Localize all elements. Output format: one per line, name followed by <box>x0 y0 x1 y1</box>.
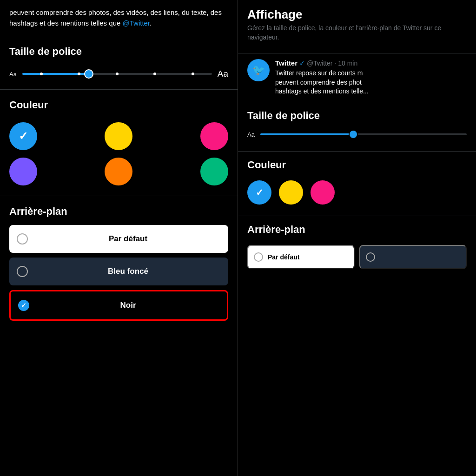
font-size-section-left: Taille de police Aa Aa <box>0 36 238 90</box>
bg-dark-blue-left[interactable]: Bleu foncé <box>9 258 228 285</box>
color-green-left[interactable] <box>200 158 228 185</box>
radio-dark-blue-right <box>366 252 375 262</box>
right-panel: Affichage Gérez la taille de police, la … <box>238 0 476 476</box>
twitter-bird-icon: 🐦 <box>252 64 265 76</box>
tweet-preview-left: peuvent comprendre des photos, des vidéo… <box>0 0 238 36</box>
bg-row-right: Par défaut <box>247 241 467 273</box>
font-size-slider-left[interactable] <box>22 73 212 75</box>
tweet-body-right: Twitter repose sur de courts mpeuvent co… <box>275 69 467 96</box>
color-title-right: Couleur <box>247 159 467 171</box>
tweet-header-right: Twitter ✓ @Twitter · 10 min <box>275 59 467 67</box>
tweet-meta-right: @Twitter · 10 min <box>307 60 357 67</box>
color-pink-right[interactable] <box>311 180 335 205</box>
font-label-small-left: Aa <box>9 71 17 78</box>
tweet-author-right: Twitter <box>275 59 298 67</box>
bg-dark-blue-label-left: Bleu foncé <box>35 267 221 276</box>
bg-default-label-right: Par défaut <box>268 253 299 261</box>
color-row-right: ✓ <box>247 177 467 208</box>
color-yellow-left[interactable] <box>105 122 132 150</box>
radio-default-right <box>254 252 263 262</box>
mention-link[interactable]: @Twitter <box>123 19 150 27</box>
font-size-slider-right[interactable] <box>260 133 467 135</box>
tweet-preview-text: peuvent comprendre des photos, des vidéo… <box>9 7 228 28</box>
bg-dark-blue-right[interactable] <box>359 245 467 269</box>
slider-fill-left <box>22 73 89 75</box>
font-size-section-right: Taille de police Aa <box>238 102 476 152</box>
font-size-title-left: Taille de police <box>9 46 228 58</box>
font-label-small-right: Aa <box>247 131 255 138</box>
color-blue-right[interactable]: ✓ <box>247 180 271 205</box>
color-grid-left: ✓ <box>9 119 228 191</box>
radio-default-left <box>17 233 28 245</box>
tweet-card-right: 🐦 Twitter ✓ @Twitter · 10 min Twitter re… <box>238 53 476 102</box>
font-size-row-left: Aa Aa <box>9 65 228 85</box>
slider-dot-4 <box>153 73 156 75</box>
verified-badge-right: ✓ <box>299 60 305 67</box>
right-header-sub: Gérez la taille de police, la couleur et… <box>247 24 467 42</box>
color-title-left: Couleur <box>9 99 228 111</box>
bg-black-label-left: Noir <box>37 301 219 310</box>
radio-dark-blue-left <box>17 266 28 277</box>
slider-thumb-left[interactable] <box>84 69 93 79</box>
slider-fill-right <box>260 133 353 135</box>
tweet-content-right: Twitter ✓ @Twitter · 10 min Twitter repo… <box>275 59 467 96</box>
background-title-right: Arrière-plan <box>247 224 467 236</box>
color-check-blue-right: ✓ <box>256 187 264 198</box>
color-pink-left[interactable] <box>200 122 228 150</box>
font-size-row-right: Aa <box>247 127 467 144</box>
left-panel: peuvent comprendre des photos, des vidéo… <box>0 0 238 476</box>
slider-dot-3 <box>116 73 119 75</box>
right-header-title: Affichage <box>247 7 467 22</box>
bg-default-right[interactable]: Par défaut <box>247 245 355 269</box>
background-title-left: Arrière-plan <box>9 205 228 218</box>
right-header: Affichage Gérez la taille de police, la … <box>238 0 476 53</box>
bg-default-label-left: Par défaut <box>35 234 221 244</box>
color-section-right: Couleur ✓ <box>238 152 476 216</box>
bg-black-left[interactable]: Noir <box>9 290 228 321</box>
color-yellow-right[interactable] <box>279 180 303 205</box>
radio-black-left <box>18 300 29 311</box>
font-size-title-right: Taille de police <box>247 110 467 122</box>
slider-thumb-right[interactable] <box>349 130 358 139</box>
bg-default-left[interactable]: Par défaut <box>9 225 228 253</box>
color-orange-left[interactable] <box>105 158 132 185</box>
color-check-blue-left: ✓ <box>19 130 28 143</box>
color-blue-left[interactable]: ✓ <box>9 122 37 150</box>
color-purple-left[interactable] <box>9 158 37 185</box>
color-section-left: Couleur ✓ <box>0 90 238 196</box>
avatar: 🐦 <box>247 59 270 81</box>
slider-dot-5 <box>192 73 194 75</box>
background-section-left: Arrière-plan Par défaut Bleu foncé Noir <box>0 196 238 330</box>
background-section-right: Arrière-plan Par défaut <box>238 216 476 280</box>
font-label-large-left: Aa <box>218 69 228 79</box>
